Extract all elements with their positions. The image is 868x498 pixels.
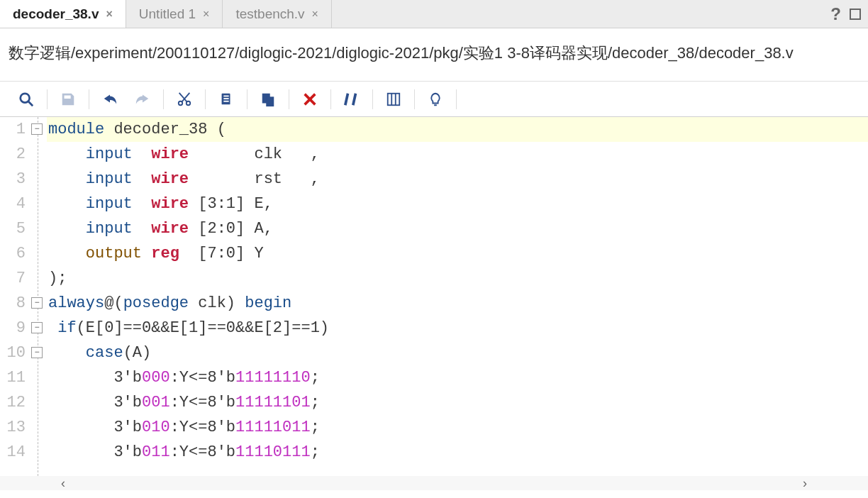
code-token: 011 xyxy=(142,443,170,461)
line-number: 2 xyxy=(0,142,28,167)
tab-untitled-1[interactable]: Untitled 1× xyxy=(126,0,223,28)
code-token: [7:0] Y xyxy=(179,245,264,262)
svg-rect-9 xyxy=(223,100,228,101)
code-token: wire xyxy=(151,220,189,238)
svg-rect-11 xyxy=(266,96,274,106)
toolbar-separator xyxy=(89,89,89,109)
line-number: 1 xyxy=(0,117,28,142)
line-number: 9 xyxy=(0,316,28,341)
code-token xyxy=(133,220,151,238)
code-line[interactable]: 3'b011:Y<=8'b11110111; xyxy=(47,440,868,465)
code-token xyxy=(48,220,86,238)
code-token: :Y<=8'b xyxy=(170,394,235,411)
toolbar xyxy=(0,82,868,117)
toolbar-separator xyxy=(330,89,331,109)
delete-button[interactable] xyxy=(294,87,326,112)
scroll-right-icon[interactable]: › xyxy=(803,476,807,491)
code-token: clk , xyxy=(189,145,320,163)
line-number-gutter: 1234567891011121314 xyxy=(0,117,30,476)
line-number: 5 xyxy=(0,216,28,241)
column-select-button[interactable] xyxy=(377,87,410,112)
comment-button[interactable] xyxy=(335,87,368,112)
line-number: 11 xyxy=(0,365,28,390)
toolbar-separator xyxy=(289,89,289,109)
code-line[interactable]: output reg [7:0] Y xyxy=(47,241,868,266)
scroll-left-icon[interactable]: ‹ xyxy=(61,476,65,491)
fold-column: −−−− xyxy=(30,117,47,476)
code-line[interactable]: case(A) xyxy=(47,341,868,365)
code-token: [3:1] E, xyxy=(189,195,273,213)
line-number: 12 xyxy=(0,390,28,415)
maximize-icon[interactable] xyxy=(850,9,861,20)
code-line[interactable]: module decoder_38 ( xyxy=(47,117,868,142)
code-line[interactable]: 3'b000:Y<=8'b11111110; xyxy=(47,365,868,390)
help-icon[interactable]: ? xyxy=(830,4,841,24)
fold-toggle-icon[interactable]: − xyxy=(31,322,43,333)
code-line[interactable]: 3'b001:Y<=8'b11111101; xyxy=(47,390,868,415)
code-token: 000 xyxy=(142,369,170,387)
line-number: 7 xyxy=(0,266,28,291)
fold-toggle-icon[interactable]: − xyxy=(31,123,43,135)
code-token: wire xyxy=(151,170,189,188)
paste-button[interactable] xyxy=(252,87,284,112)
close-icon[interactable]: × xyxy=(203,8,209,21)
fold-toggle-icon[interactable]: − xyxy=(31,347,43,358)
code-token: ; xyxy=(311,443,320,461)
code-line[interactable]: input wire [3:1] E, xyxy=(47,192,868,216)
code-token: 11111011 xyxy=(235,419,311,436)
tab-label: decoder_38.v xyxy=(13,6,99,22)
code-token: input xyxy=(86,145,133,163)
code-token: 001 xyxy=(142,394,170,411)
code-editor[interactable]: 1234567891011121314 −−−− module decoder_… xyxy=(0,117,868,476)
code-token: 11111110 xyxy=(235,369,311,387)
code-line[interactable]: always@(posedge clk) begin xyxy=(47,291,868,316)
code-token: input xyxy=(86,195,133,213)
tab-label: Untitled 1 xyxy=(139,6,196,22)
code-token: input xyxy=(86,170,133,188)
code-token: clk) xyxy=(189,294,245,312)
close-icon[interactable]: × xyxy=(106,8,112,21)
code-token: 11111101 xyxy=(235,394,311,411)
svg-rect-16 xyxy=(388,93,400,105)
code-token: rst , xyxy=(189,170,320,188)
code-line[interactable]: input wire [2:0] A, xyxy=(47,216,868,241)
code-token: [2:0] A, xyxy=(189,220,273,238)
tab-testbench-v[interactable]: testbench.v× xyxy=(223,0,332,28)
code-line[interactable]: if(E[0]==0&&E[1]==0&&E[2]==1) xyxy=(47,316,868,341)
line-number: 6 xyxy=(0,241,28,266)
code-token: 3'b xyxy=(48,419,142,436)
code-token xyxy=(133,195,151,213)
undo-button[interactable] xyxy=(94,87,126,112)
code-line[interactable]: input wire rst , xyxy=(47,167,868,192)
toolbar-separator xyxy=(414,89,415,109)
code-token: always xyxy=(48,294,104,312)
code-area[interactable]: module decoder_38 ( input wire clk , inp… xyxy=(47,117,868,476)
code-token: ; xyxy=(311,419,320,436)
code-token: :Y<=8'b xyxy=(170,419,235,436)
code-line[interactable]: ); xyxy=(47,266,868,291)
horizontal-scrollbar[interactable]: ‹ › xyxy=(0,476,868,490)
toolbar-separator xyxy=(372,89,373,109)
save-button xyxy=(52,87,84,112)
code-token xyxy=(133,170,151,188)
search-button[interactable] xyxy=(10,87,43,112)
copy-button[interactable] xyxy=(210,87,243,112)
code-token xyxy=(48,170,86,188)
code-token xyxy=(48,319,57,337)
code-token xyxy=(48,145,86,163)
code-token: begin xyxy=(245,294,291,312)
redo-button xyxy=(126,87,159,112)
fold-toggle-icon[interactable]: − xyxy=(31,297,43,309)
svg-rect-7 xyxy=(223,95,228,96)
code-line[interactable]: input wire clk , xyxy=(47,142,868,167)
cut-button[interactable] xyxy=(168,87,201,112)
code-token: wire xyxy=(151,145,189,163)
code-token: output xyxy=(86,245,142,262)
tab-decoder_38-v[interactable]: decoder_38.v× xyxy=(0,0,126,28)
tab-label: testbench.v xyxy=(235,6,304,22)
toolbar-separator xyxy=(205,89,206,109)
hint-button[interactable] xyxy=(419,87,452,112)
code-line[interactable]: 3'b010:Y<=8'b11111011; xyxy=(47,415,868,440)
line-number: 13 xyxy=(0,415,28,440)
close-icon[interactable]: × xyxy=(312,8,318,21)
